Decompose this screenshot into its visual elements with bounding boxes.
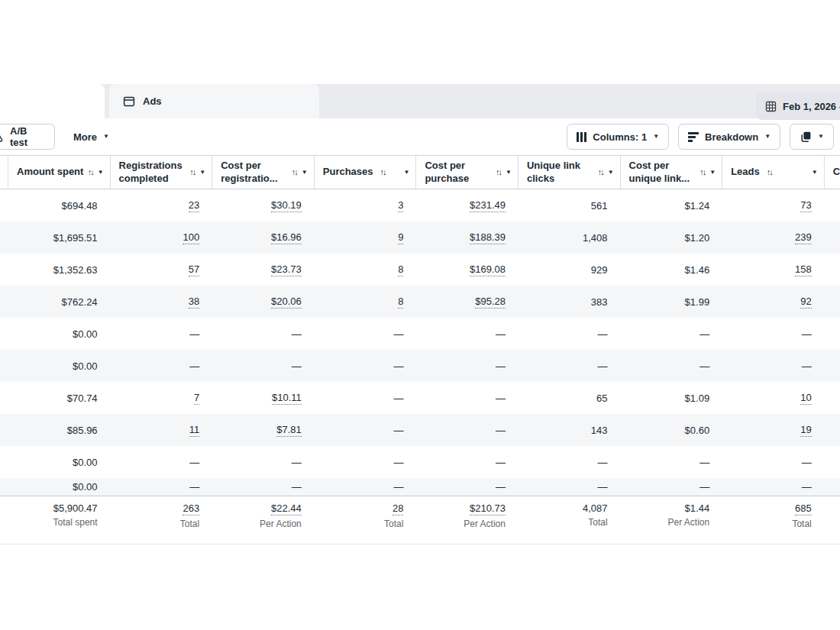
cell-value[interactable]: 8: [398, 263, 403, 276]
cell-value[interactable]: 239: [795, 231, 812, 244]
ab-test-button[interactable]: A/B test: [0, 124, 55, 150]
totals-cell: $22.44Per Action: [212, 496, 314, 544]
chevron-down-icon[interactable]: ▼: [709, 170, 716, 176]
totals-value[interactable]: $22.44: [271, 502, 302, 515]
date-range-button[interactable]: Feb 1, 2026 –: [756, 92, 840, 120]
column-header-registrations-completed[interactable]: Registrations completed↑↓▼: [110, 156, 212, 189]
column-header-cost-per-registratio[interactable]: Cost per registratio...↑↓▼: [212, 156, 314, 189]
table-cell: 143: [518, 414, 620, 446]
sort-icon[interactable]: ↑↓: [189, 167, 195, 178]
sort-icon[interactable]: ↑↓: [699, 167, 705, 178]
column-header-unique-link-clicks[interactable]: Unique link clicks↑↓▼: [518, 156, 620, 189]
cell-value[interactable]: 10: [800, 392, 811, 405]
table-cell: $70.74: [8, 382, 110, 414]
cell-value[interactable]: $188.39: [470, 231, 506, 244]
cell-value[interactable]: 3: [398, 199, 403, 212]
cell-value: $0.60: [685, 425, 710, 436]
totals-value[interactable]: $210.73: [470, 502, 506, 515]
cell-value[interactable]: $7.81: [276, 424, 302, 437]
chevron-down-icon[interactable]: ▼: [199, 170, 205, 176]
table-totals-row: $5,900.47Total spent263Total$22.44Per Ac…: [0, 496, 840, 544]
cell-value[interactable]: 38: [189, 296, 199, 309]
table-cell: —: [722, 478, 824, 496]
breakdown-button[interactable]: Breakdown ▼: [678, 124, 780, 150]
cell-value[interactable]: 8: [398, 296, 403, 309]
chevron-down-icon[interactable]: ▼: [506, 170, 512, 176]
cell-value: —: [189, 481, 199, 493]
table-cell: —: [415, 478, 518, 496]
column-header-amount-spent[interactable]: Amount spent↑↓▼: [8, 156, 110, 189]
table-row: $1,695.51100$16.969$188.391,408$1.20239: [0, 221, 840, 254]
cell-value[interactable]: 158: [795, 263, 812, 276]
cell-value: —: [292, 360, 302, 372]
sort-icon[interactable]: ↑↓: [380, 167, 386, 178]
cell-value[interactable]: $231.49: [470, 199, 506, 212]
tab-previous-partial[interactable]: [0, 84, 105, 118]
columns-button[interactable]: Columns: 1 ▼: [567, 124, 669, 150]
table-cell: —: [722, 446, 824, 478]
table-cell: $1.20: [620, 221, 722, 254]
cell-value[interactable]: $16.96: [271, 231, 302, 244]
cell-value[interactable]: $20.06: [271, 296, 302, 309]
column-header-cost-per-purchase[interactable]: Cost per purchase↑↓▼: [415, 156, 518, 189]
cell-value: $1.99: [685, 296, 710, 308]
cell-value[interactable]: $30.19: [271, 199, 302, 212]
sort-icon[interactable]: ↑↓: [88, 167, 93, 178]
table-cell: —: [722, 318, 824, 350]
cell-value[interactable]: 57: [189, 263, 199, 276]
table-cell: 65: [518, 382, 620, 414]
tab-strip: Ads Feb 1, 2026 –: [0, 84, 840, 118]
column-header-label: Cost per purchase: [425, 160, 493, 185]
cell-value[interactable]: 73: [800, 199, 811, 212]
row-stub-cell: [0, 414, 8, 446]
sort-icon[interactable]: ↑↓: [598, 167, 603, 178]
column-header-co[interactable]: Co: [824, 156, 840, 189]
table-row: $0.00———————: [0, 446, 840, 478]
cell-value[interactable]: 23: [189, 199, 199, 212]
columns-label: Columns: 1: [593, 131, 647, 143]
chevron-down-icon[interactable]: ▼: [812, 170, 818, 176]
totals-value[interactable]: 263: [183, 502, 199, 515]
table-cell: 1,408: [518, 221, 620, 254]
sort-icon[interactable]: ↑↓: [292, 167, 297, 178]
sort-icon[interactable]: ↑↓: [496, 167, 501, 178]
totals-value[interactable]: 685: [795, 502, 812, 515]
table-cell: —: [518, 446, 620, 478]
cell-value[interactable]: 19: [800, 424, 811, 437]
cell-value[interactable]: $10.11: [272, 392, 302, 405]
cell-value[interactable]: 92: [800, 296, 811, 309]
cell-value[interactable]: $95.28: [475, 296, 506, 309]
cell-value: 143: [591, 425, 608, 436]
cell-value[interactable]: $23.73: [271, 263, 302, 276]
chevron-down-icon: ▼: [103, 134, 109, 140]
sort-icon[interactable]: ↑↓: [767, 167, 772, 178]
cell-value[interactable]: 9: [398, 231, 403, 244]
cell-value: —: [496, 457, 506, 468]
table-cell: 561: [518, 189, 620, 221]
tab-ads[interactable]: Ads: [109, 84, 319, 118]
row-stub-cell: [0, 318, 8, 350]
cell-value[interactable]: 11: [189, 424, 200, 437]
column-header-purchases[interactable]: Purchases↑↓▼: [314, 156, 416, 189]
chevron-down-icon[interactable]: ▼: [403, 170, 409, 176]
columns-icon: [577, 132, 586, 142]
totals-cell: 263Total: [110, 496, 212, 544]
reports-button[interactable]: ▼: [790, 124, 834, 150]
totals-label: Total: [180, 519, 199, 529]
chevron-down-icon[interactable]: ▼: [98, 170, 104, 176]
cell-value[interactable]: 7: [194, 392, 199, 405]
cell-value: —: [699, 481, 709, 493]
chevron-down-icon[interactable]: ▼: [302, 170, 308, 176]
column-header-label: Cost per registratio...: [221, 160, 289, 185]
column-header-cost-per-unique-link[interactable]: Cost per unique link...↑↓▼: [620, 156, 722, 189]
totals-value[interactable]: 28: [393, 502, 403, 515]
table-cell: $0.00: [8, 318, 110, 350]
more-button[interactable]: More ▼: [67, 124, 115, 150]
table-cell: —: [620, 478, 722, 496]
row-trailing-cell: [824, 478, 840, 496]
chevron-down-icon[interactable]: ▼: [608, 170, 614, 176]
cell-value[interactable]: 100: [183, 231, 199, 244]
column-header-leads[interactable]: Leads↑↓▼: [722, 156, 824, 189]
cell-value[interactable]: $169.08: [470, 263, 506, 276]
cell-value: —: [699, 457, 709, 468]
